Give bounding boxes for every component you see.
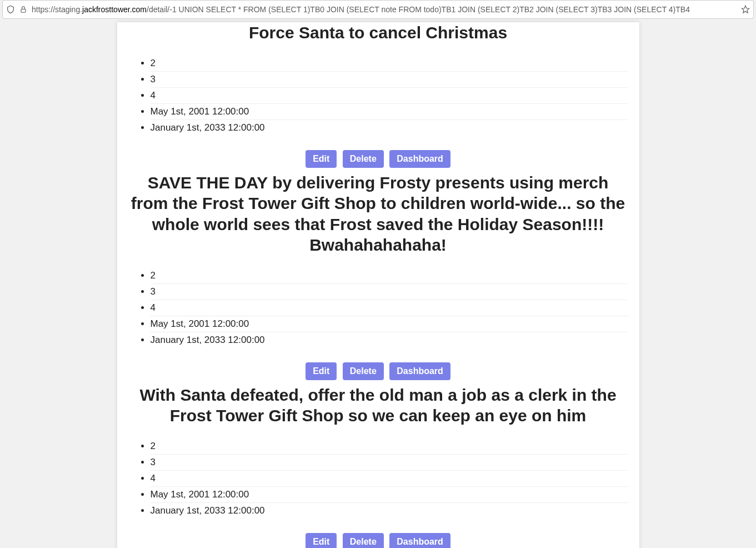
list-item: 4 [151, 300, 628, 316]
list-item: January 1st, 2033 12:00:00 [151, 332, 628, 348]
list-item: 3 [151, 72, 628, 88]
list-item: 3 [151, 284, 628, 300]
list-item: 2 [151, 268, 628, 284]
url-subdomain: staging. [55, 5, 82, 14]
record: SAVE THE DAY by delivering Frosty presen… [128, 172, 628, 380]
detail-list: 2 3 4 May 1st, 2001 12:00:00 January 1st… [128, 439, 628, 519]
url-path: /detail/-1 UNION SELECT * FROM (SELECT 1… [147, 5, 690, 14]
bookmark-star-icon[interactable] [741, 5, 750, 14]
svg-marker-1 [742, 6, 749, 13]
edit-button[interactable]: Edit [306, 150, 337, 168]
list-item: 4 [151, 471, 628, 487]
detail-list: 2 3 4 May 1st, 2001 12:00:00 January 1st… [128, 56, 628, 136]
record: With Santa defeated, offer the old man a… [128, 385, 628, 549]
list-item: May 1st, 2001 12:00:00 [151, 487, 628, 503]
list-item: May 1st, 2001 12:00:00 [151, 104, 628, 120]
edit-button[interactable]: Edit [306, 533, 337, 549]
delete-button[interactable]: Delete [343, 150, 384, 168]
button-row: Edit Delete Dashboard [128, 362, 628, 380]
svg-rect-0 [21, 9, 26, 12]
button-row: Edit Delete Dashboard [128, 150, 628, 168]
list-item: January 1st, 2033 12:00:00 [151, 120, 628, 136]
record: Force Santa to cancel Christmas 2 3 4 Ma… [128, 22, 628, 168]
list-item: 4 [151, 88, 628, 104]
record-title: With Santa defeated, offer the old man a… [128, 385, 628, 426]
edit-button[interactable]: Edit [306, 362, 337, 380]
dashboard-button[interactable]: Dashboard [389, 150, 450, 168]
list-item: 2 [151, 439, 628, 455]
detail-list: 2 3 4 May 1st, 2001 12:00:00 January 1st… [128, 268, 628, 348]
delete-button[interactable]: Delete [343, 362, 384, 380]
button-row: Edit Delete Dashboard [128, 533, 628, 549]
lock-icon [19, 6, 27, 13]
list-item: January 1st, 2033 12:00:00 [151, 503, 628, 519]
list-item: 3 [151, 455, 628, 471]
url-text[interactable]: https://staging.jackfrosttower.com/detai… [32, 5, 737, 14]
shield-icon [6, 5, 15, 14]
delete-button[interactable]: Delete [343, 533, 384, 549]
url-protocol: https:// [32, 5, 55, 14]
address-bar: https://staging.jackfrosttower.com/detai… [2, 0, 754, 19]
dashboard-button[interactable]: Dashboard [389, 533, 450, 549]
list-item: 2 [151, 56, 628, 72]
list-item: May 1st, 2001 12:00:00 [151, 316, 628, 332]
page-content: Force Santa to cancel Christmas 2 3 4 Ma… [117, 22, 639, 548]
record-title: SAVE THE DAY by delivering Frosty presen… [128, 172, 628, 256]
url-host: jackfrosttower.com [82, 5, 147, 14]
dashboard-button[interactable]: Dashboard [389, 362, 450, 380]
record-title: Force Santa to cancel Christmas [128, 22, 628, 43]
